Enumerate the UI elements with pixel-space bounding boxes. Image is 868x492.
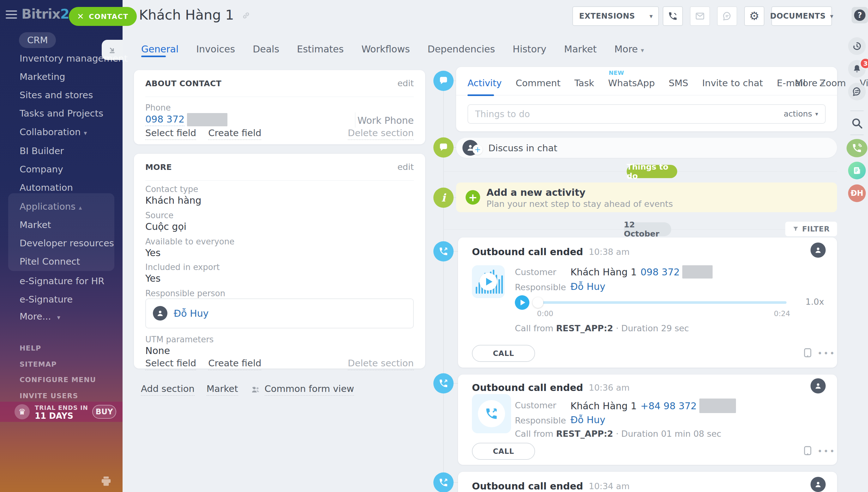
add-activity-banner[interactable]: + Add a new activity Plan your next step… — [456, 182, 837, 212]
sidebar-item-marketing[interactable]: Marketing — [20, 71, 65, 82]
todo-input[interactable] — [467, 104, 826, 124]
settings-button-toolbar[interactable]: ⚙ — [744, 6, 764, 26]
tab-task[interactable]: Task — [575, 78, 595, 89]
avatar[interactable] — [811, 243, 826, 258]
sidebar-item-company[interactable]: Company — [20, 164, 63, 175]
comment-icon[interactable] — [802, 347, 813, 359]
search-button[interactable] — [851, 117, 863, 131]
call-button-toolbar[interactable] — [663, 6, 683, 26]
sidebar-item-esignature-hr[interactable]: e-Signature for HR — [20, 276, 104, 287]
play-icon[interactable] — [480, 273, 497, 291]
avatar[interactable] — [811, 477, 826, 492]
player-handle[interactable] — [533, 297, 543, 308]
responsible-link[interactable]: Đỗ Huy — [571, 414, 605, 425]
tab-general[interactable]: General — [141, 44, 178, 55]
comment-icon[interactable] — [802, 445, 813, 457]
create-field-link[interactable]: Create field — [208, 358, 261, 370]
sidebar-item-market[interactable]: Market — [20, 219, 51, 230]
tab-market[interactable]: Market — [564, 44, 597, 55]
tab-whatsapp[interactable]: NEWWhatsApp — [608, 78, 655, 89]
select-field-link[interactable]: Select field — [145, 128, 196, 140]
sidebar-item-automation[interactable]: Automation — [20, 182, 73, 193]
contact-entity-badge[interactable]: ✕ CONTACT — [69, 7, 137, 26]
tab-estimates[interactable]: Estimates — [297, 44, 344, 55]
about-edit-link[interactable]: edit — [397, 78, 414, 88]
responsible-person-link[interactable]: Đỗ Huy — [174, 308, 209, 319]
tab-sms[interactable]: SMS — [669, 78, 688, 89]
responsible-link[interactable]: Đỗ Huy — [571, 281, 605, 292]
discuss-in-chat-row[interactable]: + Discuss in chat — [456, 138, 837, 158]
market-link[interactable]: Market — [207, 384, 238, 396]
customer-phone-link[interactable]: +84 98 372 — [641, 400, 697, 412]
tab-history[interactable]: History — [513, 44, 547, 55]
field-label: Available to everyone — [145, 237, 234, 246]
player-track[interactable] — [537, 301, 787, 304]
more-actions-icon[interactable]: ••• — [817, 446, 836, 456]
sidebar-item-more[interactable]: More... ▾ — [20, 311, 60, 322]
messenger-button[interactable] — [848, 83, 866, 100]
avatar[interactable] — [811, 378, 826, 393]
delete-section-link[interactable]: Delete section — [348, 128, 414, 140]
tab-dependencies[interactable]: Dependencies — [428, 44, 495, 55]
sidebar-item-bi-builder[interactable]: BI Builder — [20, 146, 64, 156]
add-section-link[interactable]: Add section — [141, 384, 195, 396]
permalink-icon[interactable] — [242, 11, 250, 20]
telephony-button[interactable] — [846, 139, 867, 157]
documents-button[interactable]: DOCUMENTS ▾ — [771, 6, 832, 26]
customer-label: Customer — [515, 267, 556, 277]
more-actions-icon[interactable]: ••• — [817, 349, 836, 358]
create-field-link[interactable]: Create field — [208, 128, 261, 140]
call-button[interactable]: CALL — [472, 443, 535, 460]
news-feed-button[interactable] — [848, 162, 866, 179]
more-edit-link[interactable]: edit — [397, 162, 414, 172]
tab-comment[interactable]: Comment — [515, 78, 560, 89]
hamburger-menu-icon[interactable] — [6, 8, 17, 21]
email-button-toolbar[interactable] — [690, 6, 710, 26]
sidebar-item-esignature[interactable]: e-Signature — [20, 294, 73, 305]
user-avatar-dh[interactable]: ĐH — [848, 184, 866, 202]
help-button[interactable]: ? — [851, 7, 868, 23]
tab-invoices[interactable]: Invoices — [196, 44, 235, 55]
sidebar-item-inventory[interactable]: Inventory management — [20, 53, 128, 64]
chevron-down-icon[interactable]: ▾ — [643, 12, 659, 20]
phone-number-link[interactable]: 098 372 — [145, 114, 185, 126]
history-button[interactable] — [848, 37, 866, 55]
common-form-view-link[interactable]: Common form view — [265, 384, 354, 396]
tab-more[interactable]: More ▾ — [614, 44, 644, 55]
call-recording-thumbnail[interactable] — [472, 265, 505, 298]
tab-deals[interactable]: Deals — [253, 44, 279, 55]
notifications-button[interactable]: 3 — [848, 60, 866, 78]
activity-tabs-card: Activity Comment Task NEWWhatsApp SMS In… — [456, 67, 837, 131]
crm-badge[interactable]: CRM — [19, 32, 56, 48]
sidebar-item-pitel-connect[interactable]: Pitel Connect — [20, 256, 80, 267]
sidebar-link-help[interactable]: HELP — [20, 344, 41, 352]
sidebar-link-invite-users[interactable]: INVITE USERS — [20, 392, 78, 400]
actions-dropdown[interactable]: actions▾ — [783, 109, 818, 118]
sidebar-link-sitemap[interactable]: SITEMAP — [20, 360, 57, 368]
filter-button[interactable]: FILTER — [785, 222, 837, 236]
chat-button-toolbar[interactable] — [717, 6, 737, 26]
select-field-link[interactable]: Select field — [145, 358, 196, 370]
customer-phone-link[interactable]: 098 372 — [641, 267, 680, 277]
buy-button[interactable]: BUY — [92, 405, 116, 419]
activity-tab-more[interactable]: More▾ — [795, 78, 824, 89]
tab-invite-to-chat[interactable]: Invite to chat — [702, 78, 763, 89]
plus-icon[interactable]: + — [465, 190, 480, 205]
sidebar-item-applications[interactable]: Applications▴ — [20, 201, 82, 212]
tab-workflows[interactable]: Workflows — [361, 44, 410, 55]
close-icon[interactable]: ✕ — [77, 12, 85, 21]
sidebar-item-collaboration[interactable]: Collaboration▾ — [20, 127, 87, 138]
player-play-button[interactable] — [515, 295, 529, 310]
sidebar-item-developer-resources[interactable]: Developer resources — [20, 238, 114, 248]
printer-icon[interactable] — [100, 475, 113, 489]
sidebar-link-configure-menu[interactable]: CONFIGURE MENU — [20, 376, 96, 384]
add-participant-icon[interactable]: + — [473, 145, 483, 155]
search-icon — [851, 117, 863, 129]
sidebar-item-sites[interactable]: Sites and stores — [20, 90, 93, 100]
player-speed[interactable]: 1.0x — [805, 297, 824, 306]
tab-activity[interactable]: Activity — [467, 78, 502, 89]
call-button[interactable]: CALL — [472, 345, 535, 362]
sidebar-item-tasks[interactable]: Tasks and Projects — [20, 108, 103, 119]
extensions-button[interactable]: EXTENSIONS ▾ — [572, 6, 659, 26]
delete-section-link[interactable]: Delete section — [348, 358, 414, 370]
